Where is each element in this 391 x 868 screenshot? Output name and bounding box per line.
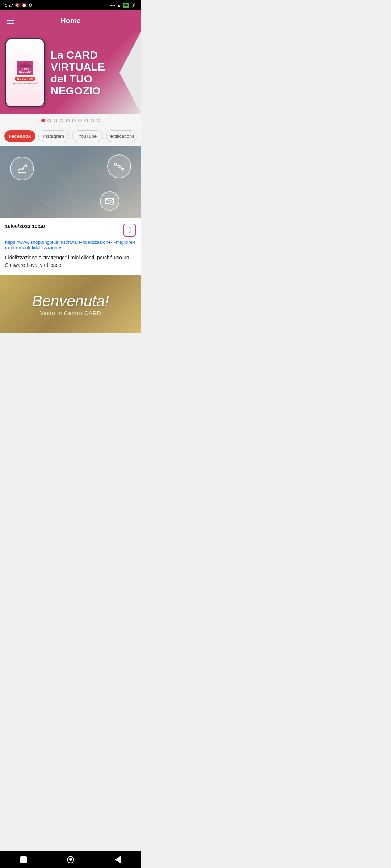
carousel-dots [0,114,141,127]
phone-screen: IL TUO NEGOZIO CLICCA QUI per vedere la … [6,39,44,106]
hero-banner: IL TUO NEGOZIO CLICCA QUI per vedere la … [0,31,141,114]
mute-icon: 🔇 [15,3,20,8]
status-right: ▪▪▪▪ ▲ 86 ⚡ [109,3,136,8]
post-header: 16/06/2023 10:50  [5,224,136,237]
status-bar: 9:27 🔇 ⏰ ⚙ ▪▪▪▪ ▲ 86 ⚡ [0,0,141,10]
status-left: 9:27 🔇 ⏰ ⚙ [5,3,32,8]
alarm-icon: ⏰ [22,3,27,8]
dot-8[interactable] [84,119,88,122]
dot-9[interactable] [91,119,94,122]
benvenuta-banner: Benvenuta! Vasto in Centro CARD [0,275,141,333]
settings-icon: ⚙ [29,3,32,8]
store-label: IL TUO NEGOZIO [17,68,33,73]
post-link[interactable]: https://www.shoppingplus.it/software-fid… [5,239,136,250]
dot-6[interactable] [72,119,76,122]
button-sub: per vedere la Card virtuale [13,82,37,85]
hamburger-line-2 [7,20,14,21]
tab-instagram[interactable]: Instagram [38,130,70,142]
hamburger-line-1 [7,18,14,18]
feed-image [0,146,141,218]
hamburger-menu[interactable] [7,18,14,24]
bottom-spacer [0,333,141,351]
phone-mockup: IL TUO NEGOZIO CLICCA QUI per vedere la … [5,38,45,107]
app-header: Home [0,10,141,31]
tab-facebook[interactable]: Facebook [4,130,35,142]
dot-2[interactable] [47,119,51,122]
benvenuta-title: Benvenuta! [32,293,109,310]
chart-icon-circle [10,157,34,180]
facebook-icon:  [123,224,136,237]
dot-3[interactable] [54,119,57,122]
svg-point-11 [122,168,124,170]
hero-arrow-decoration [119,31,141,114]
time-display: 9:27 [5,3,13,7]
dot-4[interactable] [60,119,63,122]
signal-icon: ▪▪▪▪ [109,3,115,7]
button-dot [17,78,19,80]
tab-bar: Facebook Instagram YouTube Notifications [0,127,141,146]
post-date: 16/06/2023 10:50 [5,224,45,229]
store-icon: IL TUO NEGOZIO [17,61,33,75]
store-roof [17,63,33,67]
dot-1[interactable] [41,119,45,122]
hamburger-line-3 [7,23,14,24]
card-button: CLICCA QUI [15,77,35,81]
dot-5[interactable] [66,119,70,122]
post-body: Fidelizzazione = "trattengo" i miei clie… [5,254,136,269]
dot-7[interactable] [78,119,82,122]
page-title: Home [14,17,127,25]
robot-arm-icon-circle [107,154,131,178]
tab-notifications[interactable]: Notifications [106,130,137,142]
tab-youtube[interactable]: YouTube [72,130,103,142]
button-label: CLICCA QUI [20,78,33,80]
post-card: 16/06/2023 10:50  https://www.shoppingp… [0,218,141,275]
dot-10[interactable] [97,119,100,122]
svg-point-7 [114,163,117,165]
battery-display: 86 [123,3,129,8]
charging-icon: ⚡ [131,3,136,8]
benvenuta-subtitle: Vasto in Centro CARD [40,310,101,316]
email-icon-circle [100,191,119,211]
wifi-icon: ▲ [117,3,121,7]
